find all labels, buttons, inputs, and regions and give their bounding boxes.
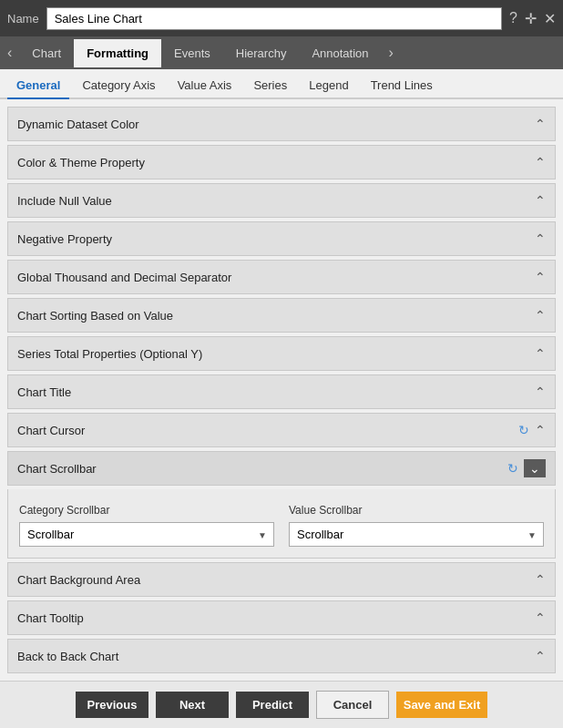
tab-formatting[interactable]: Formatting: [74, 39, 161, 67]
subtab-general[interactable]: General: [7, 75, 69, 99]
subtab-category-axis[interactable]: Category Axis: [73, 75, 164, 99]
tab-left-arrow[interactable]: ‹: [0, 36, 19, 69]
value-scrollbar-col: Value Scrollbar Scrollbar None Auto: [289, 504, 544, 547]
predict-button[interactable]: Predict: [236, 692, 309, 718]
tab-chart[interactable]: Chart: [19, 39, 74, 67]
section-label: Include Null Value: [17, 194, 112, 208]
section-negative-property[interactable]: Negative Property ⌃: [7, 221, 556, 256]
refresh-icon[interactable]: ↻: [507, 461, 518, 476]
name-label: Name: [7, 12, 39, 26]
section-label: Chart Sorting Based on Value: [17, 309, 173, 323]
chevron-up-icon: ⌃: [535, 649, 546, 663]
chevron-up-icon: ⌃: [535, 385, 546, 399]
category-scrollbar-label: Category Scrollbar: [19, 504, 274, 517]
chevron-up-icon: ⌃: [535, 423, 546, 437]
section-dynamic-dataset-color[interactable]: Dynamic Dataset Color ⌃: [7, 107, 556, 141]
chart-name-input[interactable]: [46, 7, 502, 30]
tab-events[interactable]: Events: [161, 39, 223, 67]
section-label: Series Total Properties (Optional Y): [17, 347, 202, 361]
subtab-value-axis[interactable]: Value Axis: [169, 75, 241, 99]
chevron-up-icon: ⌃: [535, 308, 546, 323]
next-button[interactable]: Next: [156, 692, 229, 718]
chevron-up-icon: ⌃: [535, 231, 546, 246]
chevron-up-icon: ⌃: [535, 193, 546, 208]
section-label: Chart Background Area: [17, 573, 140, 587]
section-include-null[interactable]: Include Null Value ⌃: [7, 183, 556, 218]
section-label: Global Thousand and Decimal Separator: [17, 271, 231, 284]
section-chart-scrollbar[interactable]: Chart Scrollbar ↻ ⌄: [7, 451, 556, 486]
section-chart-tooltip[interactable]: Chart Tooltip ⌃: [7, 600, 556, 635]
section-color-theme[interactable]: Color & Theme Property ⌃: [7, 145, 556, 179]
chevron-up-icon: ⌃: [535, 346, 546, 361]
section-label: Dynamic Dataset Color: [17, 118, 139, 131]
footer: Previous Next Predict Cancel Save and Ex…: [0, 681, 563, 728]
value-scrollbar-label: Value Scrollbar: [289, 504, 544, 517]
section-series-total[interactable]: Series Total Properties (Optional Y) ⌃: [7, 336, 556, 371]
section-chart-sorting[interactable]: Chart Sorting Based on Value ⌃: [7, 298, 556, 333]
header-icons: ? ✛ ✕: [509, 10, 556, 27]
section-label: Negative Property: [17, 232, 112, 246]
section-chart-background[interactable]: Chart Background Area ⌃: [7, 562, 556, 597]
chevron-up-icon: ⌃: [535, 155, 546, 169]
section-label: Chart Cursor: [17, 424, 85, 437]
subtab-legend[interactable]: Legend: [300, 75, 357, 99]
section-label: Back to Back Chart: [17, 650, 118, 663]
help-icon[interactable]: ?: [509, 10, 517, 26]
tab-annotation[interactable]: Annotation: [299, 39, 381, 67]
category-scrollbar-select-wrapper: Scrollbar None Auto: [19, 522, 274, 547]
section-chart-cursor[interactable]: Chart Cursor ↻ ⌃: [7, 413, 556, 447]
tabs-nav: ‹ Chart Formatting Events Hierarchy Anno…: [0, 36, 563, 69]
close-icon[interactable]: ✕: [544, 10, 556, 27]
scrollbar-row: Category Scrollbar Scrollbar None Auto V…: [19, 504, 544, 547]
chevron-up-icon: ⌃: [535, 610, 546, 625]
main-content: Dynamic Dataset Color ⌃ Color & Theme Pr…: [0, 99, 563, 681]
chevron-up-icon: ⌃: [535, 117, 546, 131]
section-thousand-decimal[interactable]: Global Thousand and Decimal Separator ⌃: [7, 260, 556, 294]
header: Name ? ✛ ✕: [0, 0, 563, 36]
refresh-icon[interactable]: ↻: [518, 423, 529, 437]
section-back-to-back[interactable]: Back to Back Chart ⌃: [7, 639, 556, 673]
tab-hierarchy[interactable]: Hierarchy: [223, 39, 300, 67]
section-label: Color & Theme Property: [17, 156, 145, 169]
value-scrollbar-select[interactable]: Scrollbar None Auto: [289, 522, 544, 547]
section-chart-title[interactable]: Chart Title ⌃: [7, 374, 556, 409]
category-scrollbar-select[interactable]: Scrollbar None Auto: [19, 522, 274, 547]
tab-right-arrow[interactable]: ›: [382, 36, 401, 69]
section-icons: ↻ ⌄: [507, 459, 546, 477]
chevron-down-dark-icon: ⌄: [524, 459, 546, 477]
chevron-up-icon: ⌃: [535, 270, 546, 284]
cancel-button[interactable]: Cancel: [316, 691, 389, 719]
chevron-up-icon: ⌃: [535, 572, 546, 587]
move-icon[interactable]: ✛: [525, 10, 537, 27]
save-exit-button[interactable]: Save and Exit: [396, 692, 487, 718]
section-label: Chart Tooltip: [17, 611, 84, 625]
subtab-trend-lines[interactable]: Trend Lines: [362, 75, 442, 99]
sub-tabs: General Category Axis Value Axis Series …: [0, 69, 563, 99]
subtab-series[interactable]: Series: [244, 75, 296, 99]
section-icons: ↻ ⌃: [518, 423, 546, 437]
section-label: Chart Scrollbar: [17, 462, 97, 476]
scrollbar-expanded-content: Category Scrollbar Scrollbar None Auto V…: [7, 489, 556, 559]
category-scrollbar-col: Category Scrollbar Scrollbar None Auto: [19, 504, 274, 547]
previous-button[interactable]: Previous: [76, 692, 148, 718]
value-scrollbar-select-wrapper: Scrollbar None Auto: [289, 522, 544, 547]
section-label: Chart Title: [17, 385, 71, 399]
